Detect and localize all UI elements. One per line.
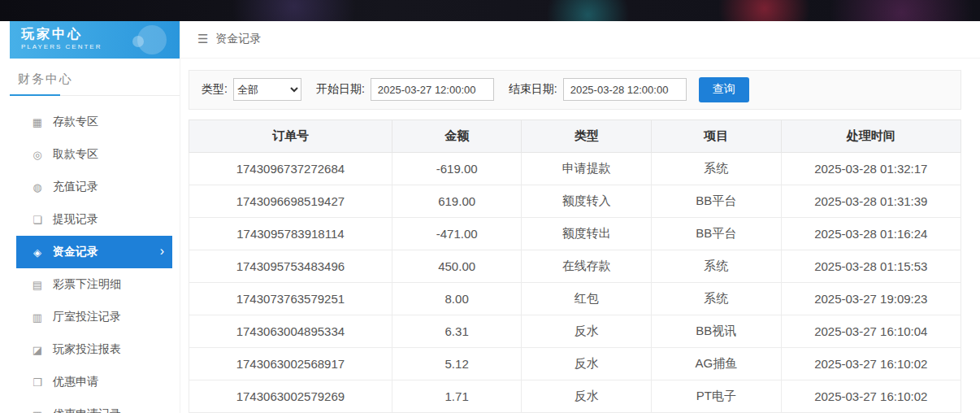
breadcrumb: ☰ 资金记录 — [180, 21, 980, 59]
type-select[interactable]: 全部 — [233, 78, 301, 101]
project-cell: 系统 — [652, 250, 782, 283]
sidebar-item-player-bet-report[interactable]: ◪玩家投注报表 — [10, 333, 180, 366]
time-cell: 2025-03-28 01:31:39 — [781, 185, 960, 218]
project-cell: 系统 — [652, 153, 782, 185]
amount-cell: 1.71 — [392, 380, 522, 413]
column-header: 类型 — [522, 120, 652, 153]
column-header: 订单号 — [189, 120, 392, 153]
order-no-cell: 1743063004895334 — [189, 315, 392, 348]
cash-hand-icon: ❏ — [31, 214, 44, 226]
type-cell: 申请提款 — [522, 153, 652, 185]
list-icon: ▥ — [31, 311, 44, 324]
amount-cell: 619.00 — [392, 185, 522, 218]
order-no-cell: 1743063002568917 — [189, 348, 392, 380]
sidebar-item-label: 资金记录 — [53, 245, 98, 259]
table-row: 17430737635792518.00红包系统2025-03-27 19:09… — [189, 283, 961, 315]
project-cell: BB平台 — [652, 218, 782, 250]
sidebar-item-withdraw-records[interactable]: ❏提现记录 — [10, 203, 180, 236]
project-cell: PT电子 — [652, 380, 782, 413]
order-no-cell: 1743063002579269 — [189, 380, 392, 413]
withdraw-coins-icon: ◎ — [31, 149, 44, 161]
page-title: 资金记录 — [215, 32, 261, 46]
table-row: 17430630025689175.12反水AG捕鱼2025-03-27 16:… — [189, 348, 961, 380]
table-header-row: 订单号金额类型项目处理时间 — [189, 120, 961, 153]
time-cell: 2025-03-28 01:32:17 — [781, 153, 960, 185]
sidebar-item-lottery-bet-details[interactable]: ▤彩票下注明细 — [10, 268, 180, 301]
sidebar-item-label: 优惠申请 — [53, 375, 98, 389]
sidebar: 玩家中心 PLAYERS CENTER 财务中心 ▦存款专区◎取款专区◍充值记录… — [0, 21, 180, 413]
table-row: 1743095783918114-471.00额度转出BB平台2025-03-2… — [189, 218, 961, 250]
column-header: 金额 — [392, 120, 522, 153]
sidebar-item-label: 取款专区 — [53, 147, 98, 162]
promo-list-icon: ▥ — [31, 409, 44, 413]
table-row: 17430630025792691.71反水PT电子2025-03-27 16:… — [189, 380, 961, 413]
type-cell: 反水 — [522, 348, 652, 380]
gift-icon: ❒ — [31, 376, 44, 389]
time-cell: 2025-03-27 16:10:04 — [781, 315, 960, 348]
chevron-right-icon: › — [160, 244, 164, 259]
start-date-label: 开始日期: — [316, 82, 365, 97]
sidebar-item-label: 玩家投注报表 — [53, 342, 121, 357]
sidebar-item-deposit-zone[interactable]: ▦存款专区 — [10, 106, 180, 138]
chart-report-icon: ◪ — [31, 344, 44, 356]
deposit-card-icon: ▦ — [31, 116, 44, 128]
money-bag-icon: ◈ — [31, 246, 44, 259]
order-no-cell: 1743073763579251 — [189, 283, 392, 315]
end-date-label: 结束日期: — [509, 82, 557, 97]
hamburger-menu-icon[interactable]: ☰ — [197, 32, 208, 46]
sidebar-section-title: 财务中心 — [10, 59, 180, 96]
type-cell: 额度转入 — [522, 185, 652, 218]
order-no-cell: 1743096737272684 — [189, 153, 392, 185]
type-cell: 额度转出 — [522, 218, 652, 250]
project-cell: BB视讯 — [652, 315, 782, 348]
amount-cell: 8.00 — [392, 283, 522, 315]
type-cell: 反水 — [522, 315, 652, 348]
project-cell: BB平台 — [652, 185, 782, 218]
sidebar-item-recharge-records[interactable]: ◍充值记录 — [10, 171, 180, 203]
search-button[interactable]: 查询 — [699, 77, 749, 102]
table-row: 17430630048953346.31反水BB视讯2025-03-27 16:… — [189, 315, 961, 348]
sidebar-item-label: 充值记录 — [53, 180, 98, 194]
recharge-icon: ◍ — [31, 181, 44, 193]
sidebar-item-withdrawal-zone[interactable]: ◎取款专区 — [10, 138, 180, 171]
project-cell: 系统 — [652, 283, 782, 315]
amount-cell: 5.12 — [392, 348, 522, 380]
table-row: 1743096698519427619.00额度转入BB平台2025-03-28… — [189, 185, 961, 218]
time-cell: 2025-03-28 01:15:53 — [781, 250, 960, 283]
table-row: 1743095753483496450.00在线存款系统2025-03-28 0… — [189, 250, 961, 283]
sidebar-item-label: 提现记录 — [53, 212, 98, 227]
document-icon: ▤ — [31, 279, 44, 291]
records-table: 订单号金额类型项目处理时间 1743096737272684-619.00申请提… — [189, 120, 961, 413]
records-table-wrap: 订单号金额类型项目处理时间 1743096737272684-619.00申请提… — [189, 120, 961, 413]
amount-cell: -471.00 — [392, 218, 522, 250]
end-date-input[interactable] — [563, 78, 687, 101]
order-no-cell: 1743095783918114 — [189, 218, 392, 250]
sidebar-item-label: 彩票下注明细 — [53, 277, 121, 292]
amount-cell: 6.31 — [392, 315, 522, 348]
column-header: 项目 — [652, 120, 782, 153]
sidebar-item-promo-application[interactable]: ❒优惠申请 — [10, 366, 180, 398]
time-cell: 2025-03-27 16:10:02 — [781, 348, 960, 380]
order-no-cell: 1743096698519427 — [189, 185, 392, 218]
sidebar-item-hall-bet-records[interactable]: ▥厅室投注记录 — [10, 301, 180, 333]
column-header: 处理时间 — [781, 120, 960, 153]
ball-decoration-small-icon — [132, 36, 144, 47]
amount-cell: -619.00 — [392, 153, 522, 185]
time-cell: 2025-03-27 19:09:23 — [781, 283, 960, 315]
filter-panel: 类型: 全部 开始日期: 结束日期: 查询 — [189, 70, 961, 110]
type-cell: 反水 — [522, 380, 652, 413]
time-cell: 2025-03-28 01:16:24 — [781, 218, 960, 250]
page-layout: 玩家中心 PLAYERS CENTER 财务中心 ▦存款专区◎取款专区◍充值记录… — [0, 21, 980, 413]
type-label: 类型: — [202, 82, 228, 97]
sidebar-item-label: 优惠申请记录 — [53, 407, 121, 413]
sidebar-item-promo-application-records[interactable]: ▥优惠申请记录 — [10, 398, 180, 413]
start-date-input[interactable] — [371, 78, 494, 101]
table-body: 1743096737272684-619.00申请提款系统2025-03-28 … — [189, 153, 961, 413]
time-cell: 2025-03-27 16:10:02 — [781, 380, 960, 413]
sidebar-menu: ▦存款专区◎取款专区◍充值记录❏提现记录◈资金记录›▤彩票下注明细▥厅室投注记录… — [0, 106, 180, 413]
top-banner — [0, 0, 980, 21]
order-no-cell: 1743095753483496 — [189, 250, 392, 283]
sidebar-item-fund-records[interactable]: ◈资金记录› — [16, 236, 172, 268]
table-row: 1743096737272684-619.00申请提款系统2025-03-28 … — [189, 153, 961, 185]
main-content: ☰ 资金记录 类型: 全部 开始日期: 结束日期: 查询 订单号金额类型项目处理… — [180, 21, 980, 413]
